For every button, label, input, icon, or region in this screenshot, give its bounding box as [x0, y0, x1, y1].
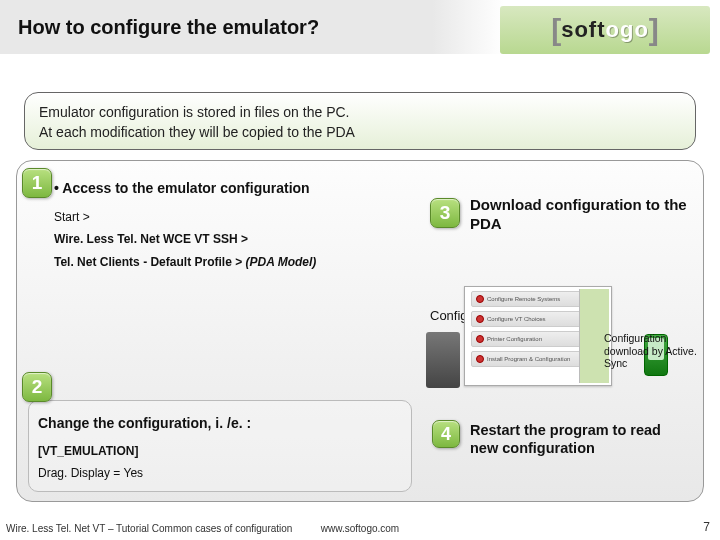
intro-box: Emulator configuration is stored in file…: [24, 92, 696, 150]
intro-line2: At each modification they will be copied…: [39, 123, 681, 143]
gear-icon: [476, 295, 484, 303]
step-badge-4: 4: [432, 420, 460, 448]
step2-setting: Drag. Display = Yes: [38, 462, 251, 485]
page-title: How to configure the emulator?: [18, 16, 319, 39]
page-number: 7: [703, 520, 710, 534]
step-badge-1: 1: [22, 168, 52, 198]
step3-text: Download configuration to the PDA: [470, 196, 720, 234]
logo-bracket-left: [: [551, 13, 561, 47]
intro-line1: Emulator configuration is stored in file…: [39, 103, 681, 123]
step1-pda-model: (PDA Model): [245, 255, 316, 269]
logo-softogo: [ soft ogo ]: [500, 6, 710, 54]
gear-icon: [476, 315, 484, 323]
step1-line-path: Wire. Less Tel. Net WCE VT SSH >: [54, 228, 410, 251]
footer-url: www.softogo.com: [0, 523, 720, 534]
step1-profile-prefix: Tel. Net Clients - Default Profile >: [54, 255, 245, 269]
step-badge-2: 2: [22, 372, 52, 402]
step1-title: • Access to the emulator configuration: [54, 175, 410, 202]
logo-text-togo: ogo: [606, 17, 649, 43]
step1-line-profile: Tel. Net Clients - Default Profile > (PD…: [54, 251, 410, 274]
logo-bracket-right: ]: [649, 13, 659, 47]
gear-icon: [476, 355, 484, 363]
pc-tower-icon: [426, 332, 460, 388]
step2-title: Change the configuration, i. /e. :: [38, 410, 251, 437]
step4-text: Restart the program to read new configur…: [470, 421, 690, 457]
footer: Wire. Less Tel. Net VT – Tutorial Common…: [0, 516, 720, 536]
config-window-icon: Configure Remote Systems Configure VT Ch…: [464, 286, 612, 386]
step2-section: [VT_EMULATION]: [38, 444, 138, 458]
step2-block: Change the configuration, i. /e. : [VT_E…: [38, 410, 251, 485]
logo-text-soft: soft: [561, 17, 605, 43]
step1-block: • Access to the emulator configuration S…: [54, 175, 410, 274]
activesync-caption: Configuration download by Active. Sync: [604, 332, 704, 370]
step1-line-start: Start >: [54, 206, 410, 229]
step-badge-3: 3: [430, 198, 460, 228]
gear-icon: [476, 335, 484, 343]
